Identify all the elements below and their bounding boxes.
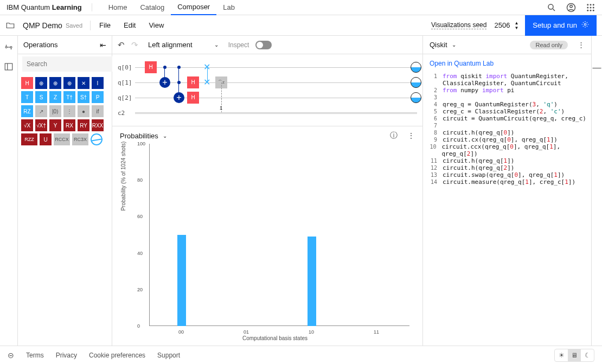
menu-file[interactable]: File <box>93 21 117 29</box>
bar-00 <box>177 235 186 326</box>
theme-light-icon[interactable]: ☀ <box>555 349 568 361</box>
gate-✕[interactable]: ✕ <box>78 77 89 89</box>
svg-point-14 <box>5 47 7 48</box>
theme-system-icon[interactable]: 🖥 <box>568 349 581 361</box>
gate-rx[interactable]: RX <box>63 119 75 131</box>
state-disk[interactable] <box>411 62 421 73</box>
gate-⊕[interactable]: ⊕ <box>49 77 61 89</box>
qiskit-dropdown[interactable]: Qiskit <box>430 41 447 49</box>
gate-s[interactable]: S <box>35 91 47 103</box>
overflow-icon[interactable]: ⋮ <box>578 41 585 49</box>
gate-t[interactable]: T <box>21 91 33 103</box>
gate-ry[interactable]: RY <box>78 119 89 131</box>
menu-view[interactable]: View <box>142 21 170 29</box>
control-dot[interactable] <box>177 66 181 69</box>
folder-icon[interactable] <box>5 21 15 30</box>
overflow-icon[interactable]: ⋮ <box>407 131 415 140</box>
gate-⋮[interactable]: ⋮ <box>63 105 75 117</box>
undo-icon[interactable]: ↶ <box>118 40 125 50</box>
footer-support[interactable]: Support <box>157 352 180 359</box>
project-title[interactable]: QMP Demo <box>23 21 62 30</box>
chevron-down-icon[interactable]: ⌄ <box>452 42 456 48</box>
gate-phase-disk[interactable] <box>91 133 103 145</box>
gate-s†[interactable]: S† <box>78 91 89 103</box>
target-plus[interactable]: + <box>159 77 170 88</box>
seed-stepper[interactable]: ▲▼ <box>514 21 518 30</box>
operations-title: Operations <box>23 41 58 49</box>
collapse-right-icon[interactable]: — <box>591 36 602 346</box>
nav-home[interactable]: Home <box>102 0 134 15</box>
classical-label: c2 <box>118 110 135 117</box>
gate-if[interactable]: if <box>92 105 104 117</box>
search-input[interactable] <box>22 56 112 72</box>
brand: IBM Quantum Learning <box>7 3 92 11</box>
target-plus[interactable]: + <box>174 92 184 103</box>
nav-composer[interactable]: Composer <box>171 0 216 15</box>
gate-rzz[interactable]: RZZ <box>21 133 37 145</box>
footer-privacy[interactable]: Privacy <box>56 352 77 359</box>
footer-terms[interactable]: Terms <box>26 352 44 359</box>
gate-h[interactable]: H <box>21 77 33 89</box>
saved-status: Saved <box>66 22 82 29</box>
svg-point-12 <box>593 9 594 11</box>
gate-u[interactable]: U <box>40 133 52 145</box>
gate-p[interactable]: P <box>92 91 104 103</box>
gate-z[interactable]: Z <box>49 91 61 103</box>
footer: ⊝ TermsPrivacyCookie preferencesSupport … <box>0 346 602 364</box>
gate-y[interactable]: Y <box>49 119 61 131</box>
gate-√x[interactable]: √X <box>21 119 33 131</box>
menu-edit[interactable]: Edit <box>117 21 142 29</box>
open-lab-link[interactable]: Open in Quantum Lab <box>423 54 591 73</box>
user-icon[interactable] <box>566 3 576 12</box>
gate-√x†[interactable]: √X† <box>35 119 47 131</box>
gate-h[interactable]: H <box>187 92 199 104</box>
gate-rc3x[interactable]: RC3X <box>72 133 88 145</box>
gate-rxx[interactable]: RXX <box>92 119 104 131</box>
center-panel: ↶ ↷ Left alignment⌄ Inspect q[0] H ✕ q[1… <box>112 36 423 346</box>
svg-point-11 <box>590 9 592 11</box>
theme-dark-icon[interactable]: ☾ <box>581 349 594 361</box>
alignment-dropdown[interactable]: Left alignment⌄ <box>145 41 222 49</box>
gate-|0⟩[interactable]: |0⟩ <box>49 105 61 117</box>
svg-point-10 <box>587 9 588 11</box>
circuit-icon[interactable] <box>4 42 14 52</box>
nav-lab[interactable]: Lab <box>216 0 241 15</box>
setup-and-run-button[interactable]: Setup and run <box>525 15 597 36</box>
info-icon[interactable]: ⓘ <box>390 131 398 141</box>
footer-cookie-preferences[interactable]: Cookie preferences <box>89 352 145 359</box>
gate-rz[interactable]: RZ <box>21 105 33 117</box>
gate-●[interactable]: ● <box>78 105 89 117</box>
project-header: QMP Demo Saved FileEditView Visualizatio… <box>0 15 602 36</box>
qubit-label: q[2] <box>118 94 135 101</box>
inspect-toggle[interactable] <box>255 41 272 49</box>
svg-point-8 <box>590 7 592 8</box>
gate-i[interactable]: I <box>92 77 104 89</box>
svg-point-7 <box>587 7 588 8</box>
svg-point-5 <box>590 4 592 5</box>
gate-h[interactable]: H <box>145 61 157 73</box>
apps-icon[interactable] <box>586 3 595 12</box>
nav-catalog[interactable]: Catalog <box>133 0 171 15</box>
state-disk[interactable] <box>411 77 421 88</box>
theme-switcher: ☀ 🖥 ☾ <box>554 349 594 362</box>
state-disk[interactable] <box>411 92 421 103</box>
gate-rccx[interactable]: RCCX <box>54 133 70 145</box>
visualizations-seed-label[interactable]: Visualizations seed <box>431 21 487 29</box>
control-dot[interactable] <box>177 81 181 84</box>
gate-⊕[interactable]: ⊕ <box>35 77 47 89</box>
left-rail <box>0 36 18 346</box>
redo-icon[interactable]: ↷ <box>131 40 138 50</box>
qiskit-icon[interactable]: ⊝ <box>8 351 14 360</box>
circuit-canvas[interactable]: q[0] H ✕ q[1] + H ✕ ⌒z <box>112 54 422 126</box>
search-icon[interactable] <box>547 3 556 12</box>
chevron-down-icon[interactable]: ⌄ <box>163 133 167 139</box>
gate-⊕[interactable]: ⊕ <box>63 77 75 89</box>
panel-icon[interactable] <box>4 62 14 72</box>
gate-h[interactable]: H <box>187 76 199 88</box>
gate-↗[interactable]: ↗ <box>35 105 47 117</box>
code-editor: 1from qiskit import QuantumRegister,Clas… <box>423 73 591 186</box>
qubit-label: q[0] <box>118 64 135 71</box>
collapse-left-icon[interactable]: ⇤ <box>100 41 106 49</box>
gate-t†[interactable]: T† <box>63 91 75 103</box>
control-dot[interactable] <box>163 66 166 69</box>
